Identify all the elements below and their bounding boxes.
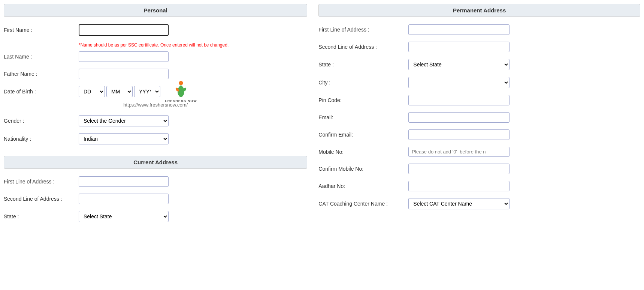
perm-aadhar-row: Aadhar No: [318,181,640,191]
perm-aadhar-label: Aadhar No: [318,183,408,189]
perm-email-label: Email: [318,114,408,120]
perm-aadhar-input[interactable] [408,181,510,191]
dob-row: Date of Birth : DD MM YYYY [4,86,307,97]
current-state-select[interactable]: Select State [79,211,169,222]
nationality-select[interactable]: Indian [79,133,169,144]
first-name-row: First Name : [4,24,307,36]
freshers-now-brand: FRESHERS NOW [165,99,197,103]
current-state-row: State : Select State [4,211,307,222]
perm-city-label: City : [318,80,408,86]
perm-first-line-row: First Line of Address : [318,24,640,35]
perm-confirm-email-input[interactable] [408,129,510,140]
svg-point-0 [179,81,183,85]
perm-confirm-mobile-label: Confirm Mobile No: [318,166,408,172]
perm-cat-row: CAT Coaching Center Name : Select CAT Ce… [318,198,640,209]
perm-first-line-input[interactable] [408,24,510,35]
first-name-warning: *Name should be as per SSC certificate. … [79,42,307,48]
current-address-header: Current Address [4,156,307,169]
dob-inputs: DD MM YYYY FRESHERS [79,86,160,97]
perm-confirm-email-row: Confirm Email: [318,129,640,140]
perm-city-select[interactable] [408,77,510,88]
first-name-input[interactable] [79,24,169,36]
current-second-line-row: Second Line of Address : [4,194,307,204]
father-name-input[interactable] [79,69,169,79]
current-first-line-input[interactable] [79,176,169,187]
perm-email-input[interactable] [408,112,510,123]
current-second-line-input[interactable] [79,194,169,204]
perm-mobile-input[interactable] [408,147,510,157]
perm-second-line-row: Second Line of Address : [318,42,640,52]
perm-confirm-mobile-row: Confirm Mobile No: [318,164,640,174]
perm-pincode-row: Pin Code: [318,95,640,105]
current-first-line-row: First Line of Address : [4,176,307,187]
personal-section-header: Personal [4,4,307,17]
perm-state-select[interactable]: Select State [408,59,510,70]
current-second-line-label: Second Line of Address : [4,196,79,202]
current-first-line-label: First Line of Address : [4,179,79,185]
freshers-now-logo: FRESHERS NOW [164,78,198,105]
dob-mm-select[interactable]: MM [106,86,133,97]
last-name-row: Last Name : [4,51,307,62]
dob-dd-select[interactable]: DD [79,86,105,97]
dob-yyyy-select[interactable]: YYYY [134,86,160,97]
perm-state-label: State : [318,62,408,68]
father-name-row: Father Name : [4,69,307,79]
perm-pincode-input[interactable] [408,95,510,105]
perm-second-line-input[interactable] [408,42,510,52]
last-name-input[interactable] [79,51,169,62]
perm-mobile-label: Mobile No: [318,149,408,155]
gender-label: Gender : [4,118,79,124]
perm-cat-label: CAT Coaching Center Name : [318,201,408,207]
perm-confirm-mobile-input[interactable] [408,164,510,174]
perm-confirm-email-label: Confirm Email: [318,132,408,138]
nationality-row: Nationality : Indian [4,133,307,144]
perm-pincode-label: Pin Code: [318,97,408,103]
perm-state-row: State : Select State [318,59,640,70]
father-name-label: Father Name : [4,71,79,77]
perm-cat-select[interactable]: Select CAT Center Name [408,198,510,209]
current-address-section: Current Address First Line of Address : … [4,156,307,222]
dob-label: Date of Birth : [4,89,79,95]
perm-city-row: City : [318,77,640,88]
gender-select[interactable]: Select the Gender Male Female Other [79,115,169,126]
nationality-label: Nationality : [4,136,79,142]
current-state-label: State : [4,213,79,219]
gender-row: Gender : Select the Gender Male Female O… [4,115,307,126]
watermark-url: https://www.freshersnow.com/ [4,102,307,108]
perm-mobile-row: Mobile No: [318,147,640,157]
perm-email-row: Email: [318,112,640,123]
perm-second-line-label: Second Line of Address : [318,44,408,50]
perm-first-line-label: First Line of Address : [318,27,408,33]
permanent-address-header: Permanent Address [318,4,640,17]
first-name-label: First Name : [4,27,79,33]
last-name-label: Last Name : [4,54,79,60]
